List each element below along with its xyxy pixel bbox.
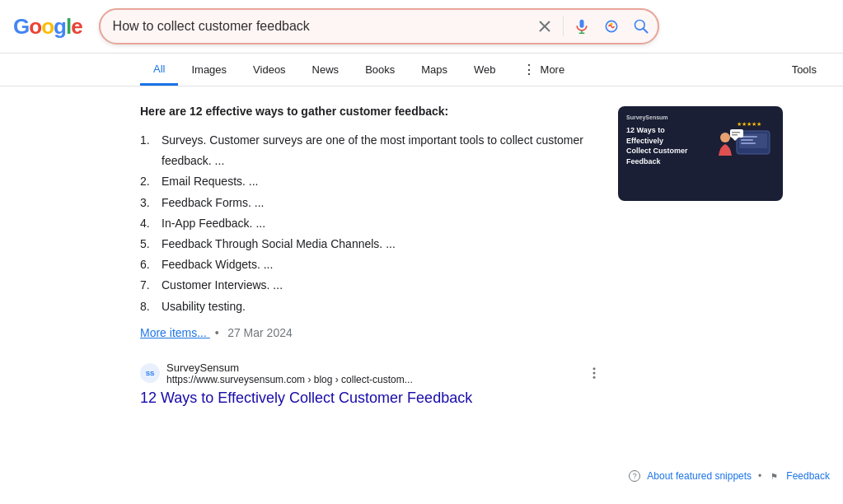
nav-item-images[interactable]: Images: [178, 55, 240, 84]
svg-rect-17: [741, 142, 756, 144]
list-item-text: Email Requests. ...: [162, 171, 259, 192]
footer-row: ? About featured snippets • ⚑ Feedback: [629, 470, 830, 482]
mic-button[interactable]: [570, 15, 593, 38]
logo-g: G: [13, 14, 29, 40]
list-item-text: Surveys. Customer surveys are one of the…: [162, 130, 602, 171]
list-item-text: Feedback Widgets. ...: [162, 254, 273, 275]
list-item: 2. Email Requests. ...: [140, 171, 602, 192]
main-container: Here are 12 effective ways to gather cus…: [0, 86, 843, 492]
snippet-list: 1. Surveys. Customer surveys are one of …: [140, 130, 602, 317]
thumb-illustration: ★★★★★: [712, 114, 778, 180]
footer-dot: •: [758, 470, 761, 482]
search-nav: All Images Videos News Books Maps Web ⋮ …: [0, 54, 843, 86]
mic-icon: [574, 18, 590, 35]
search-bar-wrapper: How to collect customer feedback: [99, 8, 659, 44]
nav-item-all[interactable]: All: [140, 54, 178, 86]
header: Google How to collect customer feedback: [0, 0, 843, 54]
help-icon[interactable]: ?: [629, 470, 640, 482]
source-menu-button[interactable]: [587, 366, 602, 380]
nav-item-more[interactable]: ⋮ More: [509, 54, 578, 86]
search-icons: [533, 15, 653, 38]
list-item-text: Feedback Through Social Media Channels. …: [162, 234, 396, 254]
source-row: SS SurveySensum https://www.surveysensum…: [140, 362, 602, 385]
svg-point-18: [720, 133, 730, 142]
list-item-text: In-App Feedback. ...: [162, 213, 265, 234]
nav-item-news[interactable]: News: [299, 55, 353, 84]
thumbnail-image: SurveySensum 12 Ways to Effectively Coll…: [618, 106, 783, 201]
nav-item-videos[interactable]: Videos: [240, 55, 299, 84]
svg-point-9: [593, 367, 596, 370]
snippet-date: 27 Mar 2024: [227, 326, 293, 339]
list-item: 1. Surveys. Customer surveys are one of …: [140, 130, 602, 171]
clear-icon: [537, 19, 552, 34]
svg-text:★★★★★: ★★★★★: [737, 121, 761, 127]
logo-o2: o: [41, 14, 54, 40]
list-item: 5. Feedback Through Social Media Channel…: [140, 234, 602, 254]
feedback-flag-icon: ⚑: [768, 470, 780, 482]
search-divider: [563, 16, 564, 36]
logo-g2: g: [54, 14, 66, 40]
source-name: SurveySensum: [166, 362, 413, 374]
logo-o1: o: [29, 14, 41, 40]
thumb-logo-text: SurveySensum: [626, 114, 668, 120]
svg-rect-15: [741, 136, 757, 138]
source-section: SS SurveySensum https://www.surveysensum…: [140, 352, 602, 408]
lens-icon: [603, 18, 620, 35]
snippet-header: Here are 12 effective ways to gather cus…: [140, 103, 602, 120]
list-item: 7. Customer Interviews. ...: [140, 275, 602, 296]
search-button[interactable]: [630, 15, 653, 38]
svg-point-10: [593, 372, 596, 375]
search-icon: [633, 18, 649, 35]
source-favicon: SS: [140, 363, 160, 383]
result-title-link[interactable]: 12 Ways to Effectively Collect Customer …: [140, 390, 472, 406]
source-url: https://www.surveysensum.com › blog › co…: [166, 374, 413, 385]
list-item: 8. Usability testing.: [140, 296, 602, 317]
list-item: 6. Feedback Widgets. ...: [140, 254, 602, 275]
svg-rect-2: [579, 20, 583, 28]
list-item-text: Feedback Forms. ...: [162, 193, 264, 213]
svg-rect-16: [741, 139, 753, 141]
svg-point-6: [610, 22, 612, 25]
lens-button[interactable]: [600, 15, 623, 38]
nav-item-web[interactable]: Web: [461, 55, 509, 84]
about-snippets-link[interactable]: About featured snippets: [647, 470, 752, 482]
more-options-icon: [587, 366, 602, 380]
feedback-link[interactable]: Feedback: [786, 470, 830, 482]
source-info: SurveySensum https://www.surveysensum.co…: [166, 362, 413, 385]
thumb-title: 12 Ways to Effectively Collect Customer …: [626, 125, 700, 166]
more-dots-icon: ⋮: [522, 62, 536, 77]
logo-e: e: [71, 14, 82, 40]
thumbnail-wrapper[interactable]: SurveySensum 12 Ways to Effectively Coll…: [618, 106, 783, 201]
svg-rect-21: [732, 132, 740, 133]
list-item: 4. In-App Feedback. ...: [140, 213, 602, 234]
svg-rect-19: [730, 129, 743, 138]
google-logo[interactable]: Google: [13, 14, 82, 40]
svg-rect-22: [732, 134, 738, 136]
main-content: Here are 12 effective ways to gather cus…: [0, 86, 843, 424]
list-item-text: Customer Interviews. ...: [162, 275, 283, 296]
list-item: 3. Feedback Forms. ...: [140, 193, 602, 213]
tools-button[interactable]: Tools: [779, 55, 830, 84]
clear-button[interactable]: [533, 15, 556, 38]
list-item-text: Usability testing.: [162, 296, 246, 317]
featured-snippet: Here are 12 effective ways to gather cus…: [140, 103, 602, 408]
date-separator: •: [215, 326, 219, 339]
nav-item-maps[interactable]: Maps: [408, 55, 461, 84]
nav-item-books[interactable]: Books: [352, 55, 408, 84]
snippet-footer: More items... • 27 Mar 2024: [140, 325, 602, 340]
svg-point-11: [593, 376, 596, 379]
svg-line-8: [643, 29, 647, 33]
more-items-link[interactable]: More items...: [140, 326, 210, 339]
